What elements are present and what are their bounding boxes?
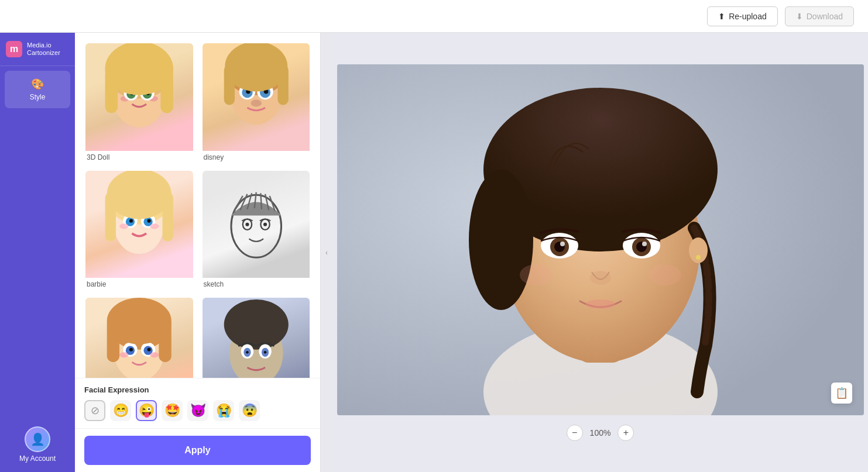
zoom-level-display: 100% [590,428,611,437]
zoom-in-label: + [623,428,629,438]
svg-point-103 [469,170,533,310]
style-label-barbie: barbie [85,278,193,291]
style-label-sketch: sketch [203,278,310,291]
sketch-face-svg [203,171,310,278]
emoji-devil-button[interactable]: 😈 [187,400,208,421]
logo-icon: m [6,41,22,57]
svg-rect-37 [163,192,173,241]
svg-point-48 [245,222,249,226]
none-icon: ⊘ [91,404,100,417]
style-item-lol[interactable]: LOL [201,297,311,378]
svg-rect-36 [105,192,116,241]
svg-point-113 [586,299,615,309]
style-row-1: 3D Doll [84,42,311,165]
svg-point-114 [520,264,553,285]
grin-icon: 😁 [113,403,129,418]
app-subtitle: Cartoonizer [27,49,60,57]
style-grid: 3D Doll [75,33,320,378]
svg-line-69 [267,321,269,343]
style-item-barbie[interactable]: barbie [84,170,194,292]
lol-face-svg [203,298,310,378]
disney-face-svg [203,43,310,151]
svg-point-35 [107,171,171,219]
zoom-in-button[interactable]: + [617,425,634,441]
zoom-out-button[interactable]: − [567,425,583,441]
svg-point-110 [560,242,565,246]
svg-point-33 [119,223,128,229]
svg-point-34 [150,223,159,229]
style-panel: 3D Doll [75,33,321,472]
style-preview-barbie [85,171,193,278]
chevron-left-icon: ‹ [325,249,328,257]
preview-image-container: 📋 [337,64,864,415]
doll-face-svg [85,43,193,151]
style-preview-disney [203,43,310,151]
svg-point-57 [147,348,151,352]
svg-point-62 [107,298,171,344]
svg-rect-23 [224,65,234,105]
apply-button[interactable]: Apply [84,436,311,465]
svg-point-56 [129,348,133,352]
svg-rect-12 [160,68,173,113]
style-row-3: kawaii [84,297,311,378]
topbar-buttons: ⬆ Re-upload ⬇ Download [707,6,854,26]
sidebar-item-style[interactable]: 🎨 Style [5,71,70,108]
style-item-3d-doll[interactable]: 3D Doll [84,42,194,165]
svg-point-74 [246,351,249,354]
svg-point-49 [263,222,266,226]
svg-rect-24 [277,65,288,105]
logo-letter: m [10,44,18,54]
svg-point-117 [696,255,701,260]
cry-icon: 😭 [216,403,232,418]
avatar: 👤 [25,426,50,452]
download-button[interactable]: ⬇ Download [785,6,854,26]
style-preview-lol [203,298,310,378]
svg-point-75 [263,351,266,354]
zoom-out-label: − [572,428,577,438]
app-name: Media.io [27,42,60,49]
style-label: Style [30,93,46,101]
tongue-icon: 😜 [139,403,155,418]
style-icon: 🎨 [31,78,44,91]
notes-symbol: 📋 [835,387,848,399]
emoji-row: ⊘ 😁 😜 🤩 😈 😭 😨 [84,400,311,421]
reupload-label: Re-upload [729,12,767,21]
devil-icon: 😈 [190,403,206,418]
style-label-disney: disney [203,151,310,164]
svg-line-67 [254,320,256,342]
style-item-kawaii[interactable]: kawaii [84,297,194,378]
left-nav: m Media.io Cartoonizer 🎨 Style 👤 My Acco… [0,33,75,472]
style-preview-kawaii [85,298,193,378]
style-item-disney[interactable]: disney [201,42,311,165]
emoji-tongue-button[interactable]: 😜 [136,400,157,421]
apply-section: Apply [75,428,320,472]
style-label-3d-doll: 3D Doll [85,151,193,164]
topbar: ⬆ Re-upload ⬇ Download [0,0,868,33]
svg-point-58 [119,352,128,357]
svg-point-111 [642,242,647,246]
preview-svg [337,64,864,415]
emoji-scared-button[interactable]: 😨 [239,400,260,421]
logo-text: Media.io Cartoonizer [27,42,60,57]
svg-point-32 [147,219,151,222]
preview-area: 📋 − 100% + [332,33,868,472]
barbie-face-svg [85,171,193,278]
avatar-icon: 👤 [30,432,45,446]
account-section[interactable]: 👤 My Account [0,417,75,472]
emoji-none-button[interactable]: ⊘ [84,400,105,421]
emoji-grin-button[interactable]: 😁 [110,400,131,421]
style-item-sketch[interactable]: sketch [201,170,311,292]
svg-point-31 [129,219,133,222]
emoji-cry-button[interactable]: 😭 [213,400,234,421]
scared-icon: 😨 [242,403,258,418]
svg-rect-11 [105,68,118,113]
upload-icon: ⬆ [718,12,725,21]
collapse-handle[interactable]: ‹ [321,33,332,472]
svg-point-115 [649,264,681,285]
svg-point-59 [150,352,159,357]
preview-image [337,64,864,415]
notes-icon[interactable]: 📋 [831,383,852,404]
reupload-button[interactable]: ⬆ Re-upload [707,6,778,26]
emoji-stars-button[interactable]: 🤩 [162,400,183,421]
facial-expression-label: Facial Expression [84,385,311,394]
